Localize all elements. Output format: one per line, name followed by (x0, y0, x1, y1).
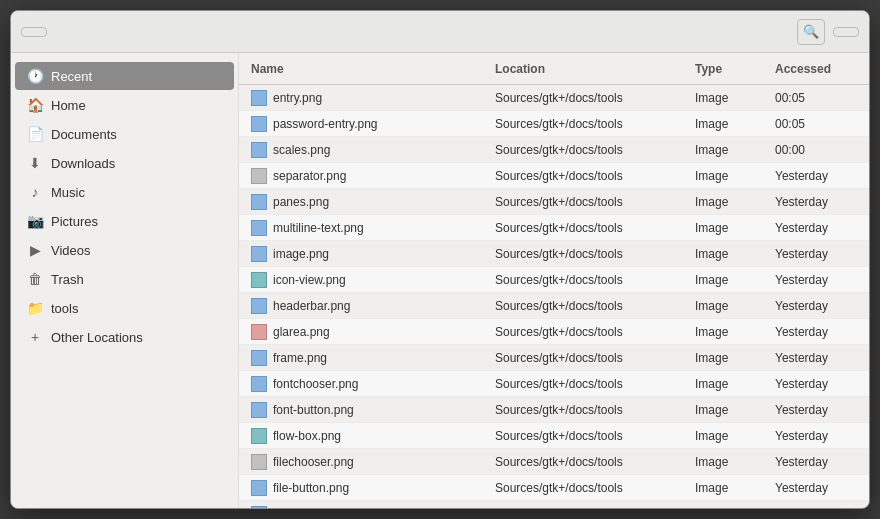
videos-icon: ▶ (27, 242, 43, 258)
file-accessed: 00:05 (771, 117, 861, 131)
column-type[interactable]: Type (691, 62, 771, 76)
titlebar-right: 🔍 (797, 19, 859, 45)
file-type: Image (691, 273, 771, 287)
file-accessed: Yesterday (771, 507, 861, 509)
file-type: Image (691, 429, 771, 443)
table-row[interactable]: panes.pngSources/gtk+/docs/toolsImageYes… (239, 189, 869, 215)
table-row[interactable]: glarea.pngSources/gtk+/docs/toolsImageYe… (239, 319, 869, 345)
file-thumb (251, 350, 267, 366)
file-thumb (251, 402, 267, 418)
file-thumb (251, 116, 267, 132)
column-accessed[interactable]: Accessed (771, 62, 861, 76)
sidebar-item-home[interactable]: 🏠Home (15, 91, 234, 119)
file-thumb (251, 454, 267, 470)
file-name: glarea.png (273, 325, 330, 339)
file-location: Sources/gtk+/docs/tools (491, 143, 691, 157)
file-thumb (251, 168, 267, 184)
file-accessed: Yesterday (771, 273, 861, 287)
file-name: font-button.png (273, 403, 354, 417)
table-row[interactable]: font-button.pngSources/gtk+/docs/toolsIm… (239, 397, 869, 423)
file-accessed: 00:00 (771, 143, 861, 157)
table-body[interactable]: entry.pngSources/gtk+/docs/toolsImage00:… (239, 85, 869, 508)
file-type: Image (691, 507, 771, 509)
file-type: Image (691, 481, 771, 495)
recent-icon: 🕐 (27, 68, 43, 84)
sidebar-item-downloads[interactable]: ⬇Downloads (15, 149, 234, 177)
file-name-cell: fontchooser.png (247, 376, 491, 392)
file-location: Sources/gtk+/docs/tools (491, 117, 691, 131)
tools-icon: 📁 (27, 300, 43, 316)
file-type: Image (691, 221, 771, 235)
search-button[interactable]: 🔍 (797, 19, 825, 45)
sidebar-item-other-locations[interactable]: +Other Locations (15, 323, 234, 351)
file-accessed: Yesterday (771, 403, 861, 417)
sidebar-label-music: Music (51, 185, 222, 200)
file-name: panes.png (273, 195, 329, 209)
file-name: frame.png (273, 351, 327, 365)
downloads-icon: ⬇ (27, 155, 43, 171)
sidebar-item-videos[interactable]: ▶Videos (15, 236, 234, 264)
titlebar: 🔍 (11, 11, 869, 53)
table-row[interactable]: combo-box-text.pngSources/gtk+/docs/tool… (239, 501, 869, 508)
file-name-cell: password-entry.png (247, 116, 491, 132)
file-name: password-entry.png (273, 117, 378, 131)
file-type: Image (691, 403, 771, 417)
file-thumb (251, 220, 267, 236)
file-location: Sources/gtk+/docs/tools (491, 325, 691, 339)
documents-icon: 📄 (27, 126, 43, 142)
sidebar-label-tools: tools (51, 301, 222, 316)
table-row[interactable]: flow-box.pngSources/gtk+/docs/toolsImage… (239, 423, 869, 449)
table-row[interactable]: password-entry.pngSources/gtk+/docs/tool… (239, 111, 869, 137)
table-row[interactable]: entry.pngSources/gtk+/docs/toolsImage00:… (239, 85, 869, 111)
pictures-icon: 📷 (27, 213, 43, 229)
sidebar-label-pictures: Pictures (51, 214, 222, 229)
file-type: Image (691, 169, 771, 183)
table-row[interactable]: filechooser.pngSources/gtk+/docs/toolsIm… (239, 449, 869, 475)
file-name: entry.png (273, 91, 322, 105)
content-area: 🕐Recent🏠Home📄Documents⬇Downloads♪Music📷P… (11, 53, 869, 508)
file-name: separator.png (273, 169, 346, 183)
file-name: icon-view.png (273, 273, 346, 287)
sidebar-label-other-locations: Other Locations (51, 330, 222, 345)
file-thumb (251, 298, 267, 314)
file-type: Image (691, 91, 771, 105)
file-location: Sources/gtk+/docs/tools (491, 351, 691, 365)
file-type: Image (691, 325, 771, 339)
column-location[interactable]: Location (491, 62, 691, 76)
titlebar-left (21, 27, 47, 37)
file-thumb (251, 142, 267, 158)
file-location: Sources/gtk+/docs/tools (491, 91, 691, 105)
table-row[interactable]: headerbar.pngSources/gtk+/docs/toolsImag… (239, 293, 869, 319)
file-name-cell: image.png (247, 246, 491, 262)
file-location: Sources/gtk+/docs/tools (491, 169, 691, 183)
search-icon: 🔍 (803, 24, 819, 39)
file-name-cell: entry.png (247, 90, 491, 106)
table-row[interactable]: separator.pngSources/gtk+/docs/toolsImag… (239, 163, 869, 189)
file-location: Sources/gtk+/docs/tools (491, 403, 691, 417)
open-button[interactable] (833, 27, 859, 37)
table-row[interactable]: icon-view.pngSources/gtk+/docs/toolsImag… (239, 267, 869, 293)
sidebar-label-home: Home (51, 98, 222, 113)
table-row[interactable]: image.pngSources/gtk+/docs/toolsImageYes… (239, 241, 869, 267)
sidebar-item-recent[interactable]: 🕐Recent (15, 62, 234, 90)
file-accessed: Yesterday (771, 429, 861, 443)
sidebar-item-pictures[interactable]: 📷Pictures (15, 207, 234, 235)
table-header: Name Location Type Accessed (239, 53, 869, 85)
table-row[interactable]: file-button.pngSources/gtk+/docs/toolsIm… (239, 475, 869, 501)
sidebar-item-trash[interactable]: 🗑Trash (15, 265, 234, 293)
other-locations-icon: + (27, 329, 43, 345)
sidebar-item-music[interactable]: ♪Music (15, 178, 234, 206)
column-name[interactable]: Name (247, 62, 491, 76)
file-name-cell: multiline-text.png (247, 220, 491, 236)
sidebar-item-documents[interactable]: 📄Documents (15, 120, 234, 148)
table-row[interactable]: fontchooser.pngSources/gtk+/docs/toolsIm… (239, 371, 869, 397)
file-name: combo-box-text.png (273, 507, 379, 509)
file-thumb (251, 272, 267, 288)
cancel-button[interactable] (21, 27, 47, 37)
file-accessed: Yesterday (771, 247, 861, 261)
table-row[interactable]: scales.pngSources/gtk+/docs/toolsImage00… (239, 137, 869, 163)
table-row[interactable]: multiline-text.pngSources/gtk+/docs/tool… (239, 215, 869, 241)
table-row[interactable]: frame.pngSources/gtk+/docs/toolsImageYes… (239, 345, 869, 371)
sidebar-item-tools[interactable]: 📁tools (15, 294, 234, 322)
file-name: headerbar.png (273, 299, 350, 313)
